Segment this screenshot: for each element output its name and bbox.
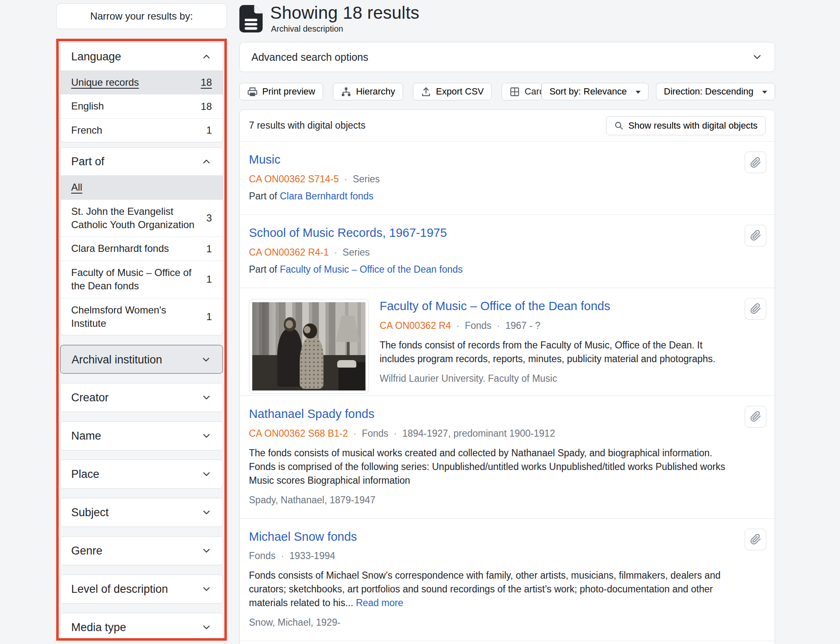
show-digital-objects-label: Show results with digital objects [628,120,758,131]
printer-icon [247,87,258,97]
result-row: School of Music Records, 1967-1975 CA ON… [240,215,775,288]
paperclip-icon [750,534,761,545]
hierarchy-button[interactable]: Hierarchy [333,83,403,100]
facet-option-faculty-of-music[interactable]: Faculty of Music – Office of the Dean fo… [60,261,223,298]
print-preview-button[interactable]: Print preview [239,83,323,100]
part-of-prefix: Part of [249,191,277,201]
facet-option-unique-records[interactable]: Unique records 18 [60,70,223,94]
facet-option-french[interactable]: French 1 [60,118,223,142]
meta-separator: · [394,428,397,439]
export-csv-label: Export CSV [436,86,484,97]
search-icon [614,121,624,130]
facet-option-chelmsford[interactable]: Chelmsford Women's Institute 1 [60,298,223,336]
highlight-annotation-box: Language Unique records 18 English 18 Fr… [56,39,227,641]
facet-option-label: Faculty of Music – Office of the Dean fo… [71,266,201,293]
photo-telephone [337,360,356,368]
facet-subject-header[interactable]: Subject [60,498,223,527]
facet-option-count: 1 [206,311,212,323]
chevron-up-icon [201,51,212,62]
hierarchy-label: Hierarchy [356,86,395,97]
facet-option-label: English [71,99,195,113]
chevron-down-icon [201,507,212,518]
result-creator: Spady, Nathanael, 1879-1947 [249,495,737,506]
show-digital-objects-button[interactable]: Show results with digital objects [606,116,765,135]
digital-objects-count: 7 results with digital objects [249,120,365,131]
sort-by-label: Sort by: Relevance [549,86,627,97]
level-of-description: Fonds [362,428,388,439]
facet-option-all[interactable]: All [60,175,223,199]
page-subtitle: Archival description [271,24,419,34]
reference-code: CA ON00362 S714-5 [249,174,339,185]
spacer [60,142,223,147]
upload-icon [421,87,431,97]
result-title-link[interactable]: Nathanael Spady fonds [249,407,375,421]
facet-language-label: Language [71,50,121,63]
result-title-link[interactable]: Michael Snow fonds [249,530,357,544]
result-title-link[interactable]: School of Music Records, 1967-1975 [249,226,447,240]
facet-option-english[interactable]: English 18 [60,94,223,118]
chevron-down-icon [201,354,211,365]
card-view-button[interactable]: Card view [502,83,542,100]
paperclip-icon [750,303,761,314]
facet-creator: Creator [60,383,223,412]
chevron-down-icon [201,622,212,633]
page-title: Showing 18 results [270,3,419,22]
chevron-down-icon [201,430,212,441]
facet-genre: Genre [60,536,223,565]
digital-object-clip-button[interactable] [745,406,766,428]
result-dates: 1894-1927, predominant 1900-1912 [402,428,555,439]
result-thumbnail[interactable] [249,299,369,394]
toolbar-right: Sort by: Relevance Direction: Descending [542,83,775,100]
facet-label: Level of description [71,583,168,596]
facet-sidebar: Narrow your results by: Language Unique … [56,3,227,644]
digital-object-clip-button[interactable] [745,152,766,173]
card-view-label: Card view [524,86,542,97]
chevron-down-icon [751,51,763,63]
part-of-link[interactable]: Faculty of Music – Office of the Dean fo… [280,264,462,275]
facet-option-label: All [71,181,206,194]
result-dates: 1933-1994 [289,550,335,562]
photo-woman-figure [300,336,323,388]
results-toolbar: Print preview Hierarchy Export CSV [239,83,775,100]
facet-media-type-header[interactable]: Media type [60,613,223,641]
result-title-link[interactable]: Faculty of Music – Office of the Dean fo… [380,299,610,313]
digital-object-clip-button[interactable] [745,529,766,550]
facet-creator-header[interactable]: Creator [60,383,223,412]
meta-separator: · [334,247,337,258]
result-meta: CA ON00362 S714-5 · Series [249,174,737,185]
meta-separator: · [344,174,347,185]
facet-place-header[interactable]: Place [60,460,223,488]
facet-level-of-description-header[interactable]: Level of description [60,575,223,603]
facet-label: Creator [71,391,109,404]
facet-option-clara-bernhardt[interactable]: Clara Bernhardt fonds 1 [60,236,223,260]
facet-option-label: French [71,124,201,137]
facet-label: Archival institution [72,353,162,366]
export-csv-button[interactable]: Export CSV [413,83,492,100]
result-title-link[interactable]: Music [249,152,281,167]
chevron-down-icon [201,469,212,480]
facet-option-st-john[interactable]: St. John the Evangelist Catholic Youth O… [60,199,223,237]
facet-option-label: Unique records [71,76,195,89]
facet-part-of-header[interactable]: Part of [60,148,223,175]
result-meta: CA ON00362 S68 B1-2 · Fonds · 1894-1927,… [249,428,737,439]
facet-part-of-label: Part of [71,155,104,168]
result-meta: Fonds · 1933-1994 [249,550,737,562]
result-row: Michael Snow fonds Fonds · 1933-1994 Fon… [240,519,775,642]
direction-dropdown[interactable]: Direction: Descending [656,83,775,100]
digital-object-clip-button[interactable] [745,225,766,246]
facet-language-header[interactable]: Language [60,43,223,70]
facet-archival-institution-header[interactable]: Archival institution [61,346,222,374]
facet-genre-header[interactable]: Genre [60,537,223,565]
photo-woman-face [304,326,311,333]
read-more-link[interactable]: Read more [356,597,403,608]
part-of-link[interactable]: Clara Bernhardt fonds [280,191,373,201]
paperclip-icon [750,230,761,241]
result-row: Faculty of Music – Office of the Dean fo… [240,288,775,396]
digital-object-clip-button[interactable] [745,298,766,320]
advanced-search-toggle[interactable]: Advanced search options [239,42,775,72]
facet-name-header[interactable]: Name [60,422,223,450]
results-panel: 7 results with digital objects Show resu… [239,109,775,644]
level-of-description: Fonds [465,320,492,331]
sort-by-dropdown[interactable]: Sort by: Relevance [542,83,649,100]
facet-option-count: 1 [206,243,212,255]
